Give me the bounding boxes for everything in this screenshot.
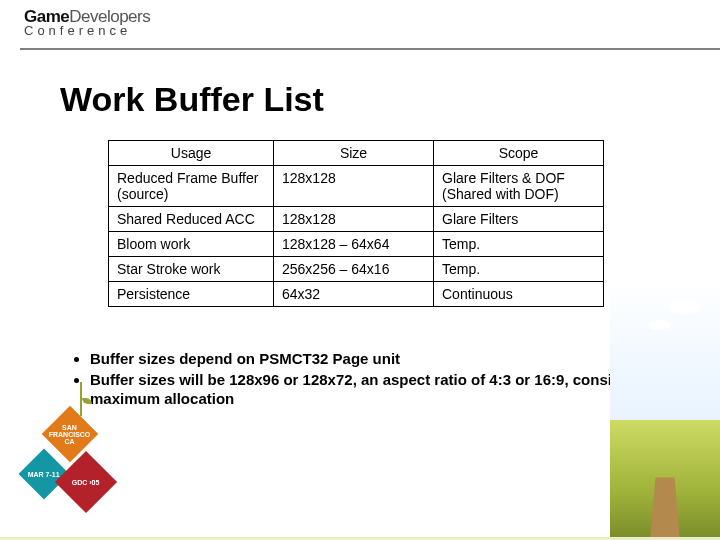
cell-scope: Glare Filters & DOF (Shared with DOF) xyxy=(434,166,604,207)
cell-size: 128x128 – 64x64 xyxy=(274,232,434,257)
table-row: Bloom work 128x128 – 64x64 Temp. xyxy=(109,232,604,257)
event-badge: GDC ›05 xyxy=(55,451,117,513)
venue-badge-label: SAN FRANCISCO CA xyxy=(49,424,91,445)
column-header: Usage xyxy=(109,141,274,166)
page-title: Work Buffer List xyxy=(60,80,324,119)
dates-badge-label: MAR 7-11 xyxy=(28,471,60,478)
cell-size: 128x128 xyxy=(274,207,434,232)
cell-scope: Temp. xyxy=(434,232,604,257)
table-row: Star Stroke work 256x256 – 64x16 Temp. xyxy=(109,257,604,282)
table-header-row: Usage Size Scope xyxy=(109,141,604,166)
cell-size: 128x128 xyxy=(274,166,434,207)
cell-scope: Continuous xyxy=(434,282,604,307)
brand-subline: Conference xyxy=(24,24,696,37)
header: GameDevelopers Conference xyxy=(24,8,696,37)
cell-size: 64x32 xyxy=(274,282,434,307)
cloud-icon xyxy=(648,320,670,330)
brand-logo: GameDevelopers Conference xyxy=(24,8,696,37)
column-header: Size xyxy=(274,141,434,166)
column-header: Scope xyxy=(434,141,604,166)
cell-usage: Star Stroke work xyxy=(109,257,274,282)
cell-usage: Shared Reduced ACC xyxy=(109,207,274,232)
table-row: Persistence 64x32 Continuous xyxy=(109,282,604,307)
list-item: Buffer sizes will be 128x96 or 128x72, a… xyxy=(90,371,662,409)
work-buffer-table: Usage Size Scope Reduced Frame Buffer (s… xyxy=(108,140,604,307)
cell-usage: Bloom work xyxy=(109,232,274,257)
header-divider xyxy=(20,48,720,50)
cell-size: 256x256 – 64x16 xyxy=(274,257,434,282)
decorative-landscape xyxy=(610,280,720,540)
bullet-list: Buffer sizes depend on PSMCT32 Page unit… xyxy=(72,350,662,410)
table-row: Reduced Frame Buffer (source) 128x128 Gl… xyxy=(109,166,604,207)
cell-usage: Persistence xyxy=(109,282,274,307)
cell-scope: Glare Filters xyxy=(434,207,604,232)
event-badge-label: GDC ›05 xyxy=(72,479,100,486)
cell-scope: Temp. xyxy=(434,257,604,282)
list-item: Buffer sizes depend on PSMCT32 Page unit xyxy=(90,350,662,369)
cloud-icon xyxy=(670,300,700,314)
gdc-badge-cluster: SAN FRANCISCO CA MAR 7-11 GDC ›05 xyxy=(20,410,120,520)
cell-usage: Reduced Frame Buffer (source) xyxy=(109,166,274,207)
table-row: Shared Reduced ACC 128x128 Glare Filters xyxy=(109,207,604,232)
